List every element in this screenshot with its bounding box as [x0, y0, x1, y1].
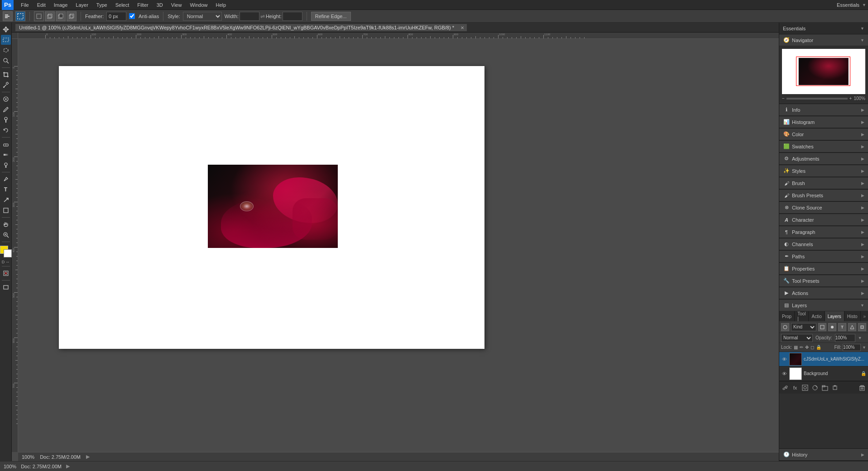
- workspace-arrow[interactable]: ▼: [862, 3, 866, 7]
- feather-input[interactable]: [106, 12, 126, 21]
- panel-header-history[interactable]: 🕐 History ▶: [779, 449, 868, 461]
- panel-header-clone-source[interactable]: ⊗ Clone Source ▶: [779, 202, 868, 214]
- eraser-tool[interactable]: [1, 139, 11, 149]
- tab-history[interactable]: Histo: [844, 311, 861, 321]
- panel-header-channels[interactable]: ◐ Channels ▶: [779, 238, 868, 250]
- panel-header-character[interactable]: A Character ▶: [779, 214, 868, 226]
- subtract-selection-btn[interactable]: [56, 11, 66, 21]
- screen-mode-btn[interactable]: [1, 282, 11, 292]
- gradient-tool[interactable]: [1, 150, 11, 160]
- panel-header-properties[interactable]: 📋 Properties ▶: [779, 263, 868, 275]
- eyedropper-tool[interactable]: [1, 80, 11, 90]
- menu-help[interactable]: Help: [212, 1, 230, 9]
- color-wells[interactable]: [0, 246, 12, 257]
- background-color[interactable]: [4, 249, 12, 257]
- opacity-arrow[interactable]: ▼: [858, 336, 862, 340]
- panel-header-paragraph[interactable]: ¶ Paragraph ▶: [779, 226, 868, 238]
- menu-view[interactable]: View: [168, 1, 186, 9]
- style-select[interactable]: NormalFixed RatioFixed Size: [183, 12, 222, 21]
- essentials-arrow[interactable]: ▼: [860, 26, 864, 31]
- panel-header-styles[interactable]: ✨ Styles ▶: [779, 165, 868, 177]
- swap-colors-btn[interactable]: ↔: [5, 260, 10, 264]
- zoom-slider[interactable]: [786, 98, 848, 100]
- link-layers-btn[interactable]: [781, 384, 789, 392]
- tab-actions[interactable]: Actio: [809, 311, 825, 321]
- shape-tool[interactable]: [1, 205, 11, 215]
- menu-select[interactable]: Select: [112, 1, 133, 9]
- tool-icon-marquee[interactable]: [15, 11, 25, 21]
- new-layer-btn[interactable]: [831, 384, 839, 392]
- lock-all-btn[interactable]: 🔒: [816, 345, 821, 350]
- adjustment-layer-filter[interactable]: [828, 323, 836, 331]
- pixel-layer-filter[interactable]: [818, 323, 826, 331]
- active-document-tab[interactable]: Untitled-1 @ 100% (cJSdmUoLx_kAWhStGI5fy…: [15, 24, 467, 31]
- width-input[interactable]: [240, 12, 259, 21]
- brush-tool[interactable]: [1, 105, 11, 114]
- panel-header-tool-presets[interactable]: 🔧 Tool Presets ▶: [779, 275, 868, 287]
- new-fill-adj-btn[interactable]: [811, 384, 819, 392]
- height-input[interactable]: [283, 12, 302, 21]
- zoom-in-icon[interactable]: +: [849, 96, 852, 101]
- zoom-out-icon[interactable]: −: [782, 96, 785, 101]
- quick-select-tool[interactable]: [1, 56, 11, 66]
- panel-header-adjustments[interactable]: ⚙ Adjustments ▶: [779, 153, 868, 165]
- menu-window[interactable]: Window: [186, 1, 211, 9]
- quick-mask-btn[interactable]: [1, 268, 11, 278]
- tab-tool[interactable]: Tool |: [795, 311, 809, 321]
- lock-transparent-btn[interactable]: ▦: [794, 345, 798, 350]
- tab-layers[interactable]: Layers: [825, 311, 844, 321]
- bottom-status-arrow[interactable]: ▶: [66, 463, 70, 469]
- new-group-btn[interactable]: [821, 384, 829, 392]
- filter-kind-btn[interactable]: [781, 323, 789, 331]
- path-select-tool[interactable]: [1, 195, 11, 205]
- heal-tool[interactable]: [1, 94, 11, 104]
- marquee-rect-tool[interactable]: [1, 35, 11, 45]
- panel-header-color[interactable]: 🎨 Color ▶: [779, 128, 868, 140]
- fill-input[interactable]: [843, 344, 861, 351]
- default-colors-btn[interactable]: D: [2, 260, 5, 264]
- pen-tool[interactable]: [1, 174, 11, 184]
- type-layer-filter[interactable]: T: [838, 323, 846, 331]
- panel-header-info[interactable]: ℹ Info ▶: [779, 104, 868, 116]
- history-brush-tool[interactable]: [1, 125, 11, 135]
- panel-header-layers[interactable]: ▤ Layers ▼: [779, 300, 868, 311]
- crop-tool[interactable]: [1, 70, 11, 80]
- panel-header-navigator[interactable]: 🧭 Navigator ▼: [779, 34, 868, 46]
- layer-item-1[interactable]: 👁 Background 🔒: [779, 366, 868, 381]
- lock-image-btn[interactable]: ✏: [800, 345, 803, 350]
- layer-visibility-1[interactable]: 👁: [781, 371, 787, 377]
- add-selection-btn[interactable]: [45, 11, 55, 21]
- panel-header-brush-presets[interactable]: 🖌 Brush Presets ▶: [779, 190, 868, 201]
- intersect-selection-btn[interactable]: [67, 11, 77, 21]
- opacity-input[interactable]: [835, 334, 855, 342]
- tab-properties[interactable]: Prop: [779, 311, 795, 321]
- lock-position-btn[interactable]: ✥: [805, 345, 809, 350]
- blend-mode-select[interactable]: NormalMultiplyScreenOverlay: [781, 334, 813, 342]
- lock-artboard-btn[interactable]: ◻: [810, 345, 814, 350]
- clone-stamp-tool[interactable]: [1, 115, 11, 125]
- dodge-tool[interactable]: [1, 160, 11, 170]
- panel-header-histogram[interactable]: 📊 Histogram ▶: [779, 116, 868, 128]
- menu-file[interactable]: File: [17, 1, 33, 9]
- antialias-checkbox[interactable]: [129, 13, 135, 19]
- zoom-tool[interactable]: [1, 230, 11, 240]
- panel-header-swatches[interactable]: 🟩 Swatches ▶: [779, 141, 868, 152]
- layer-visibility-0[interactable]: 👁: [781, 356, 787, 362]
- delete-layer-btn[interactable]: [858, 384, 866, 392]
- menu-filter[interactable]: Filter: [134, 1, 152, 9]
- swap-wh-btn[interactable]: ⇌: [260, 13, 265, 19]
- menu-layer[interactable]: Layer: [72, 1, 92, 9]
- menu-type[interactable]: Type: [93, 1, 111, 9]
- layer-item-0[interactable]: 👁 cJSdmUoLx_kAWhStGlSfyZ...: [779, 352, 868, 366]
- lasso-tool[interactable]: [1, 45, 11, 55]
- menu-edit[interactable]: Edit: [34, 1, 49, 9]
- close-document-btn[interactable]: ✕: [460, 25, 464, 30]
- panel-header-actions[interactable]: ▶ Actions ▶: [779, 287, 868, 299]
- text-tool[interactable]: T: [1, 185, 11, 195]
- panel-header-paths[interactable]: ✒ Paths ▶: [779, 251, 868, 262]
- menu-image[interactable]: Image: [50, 1, 72, 9]
- add-layer-style-btn[interactable]: fx: [791, 384, 799, 392]
- panel-header-brush[interactable]: 🖌 Brush ▶: [779, 177, 868, 189]
- canvas-wrapper[interactable]: [18, 39, 779, 452]
- hand-tool[interactable]: [1, 219, 11, 229]
